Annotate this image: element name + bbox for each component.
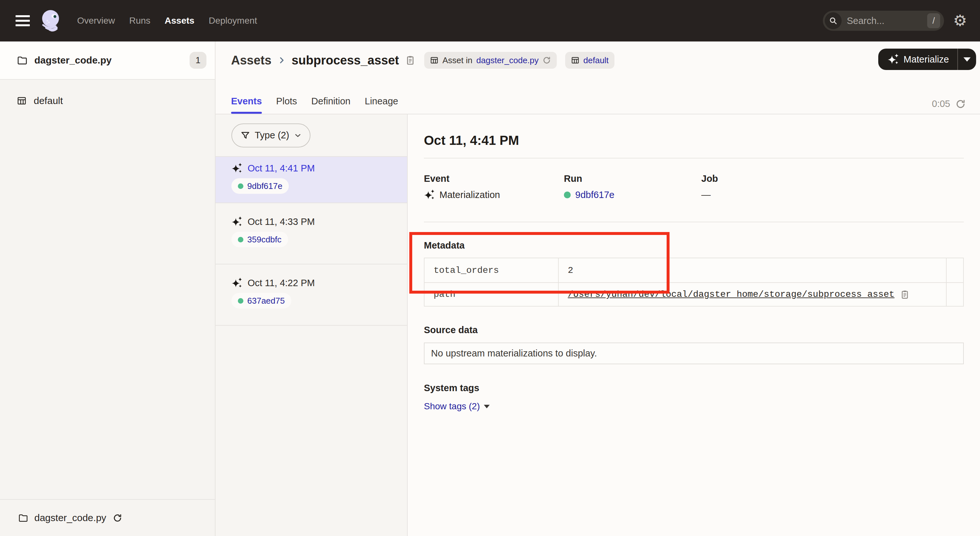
search-box[interactable]: / [823, 11, 944, 31]
materialize-button[interactable]: Materialize [878, 49, 957, 70]
sidebar-bottom-code-location[interactable]: dagster_code.py [0, 499, 215, 536]
materialize-dropdown-button[interactable] [958, 49, 976, 70]
sparkle-icon [231, 163, 242, 174]
nav-item-overview[interactable]: Overview [77, 16, 115, 26]
event-detail-panel: Oct 11, 4:41 PM Event Materialization Ru… [408, 115, 980, 536]
run-status-dot [238, 298, 243, 304]
sparkle-icon [231, 277, 242, 288]
metadata-table: total_orders 2 path /Users/yuhan/dev/loc… [424, 258, 964, 307]
gear-icon[interactable]: ⚙ [953, 13, 967, 29]
metadata-extra-cell [946, 282, 963, 306]
bottom-code-location-label: dagster_code.py [34, 512, 106, 523]
run-column-label: Run [564, 173, 701, 184]
asset-header: Assets subprocess_asset Asset in dagster… [215, 41, 980, 115]
table-icon [17, 96, 27, 106]
events-list-panel: Type (2) Oct 11, 4:41 PM 9dbf617e [215, 115, 408, 536]
top-nav: Overview Runs Assets Deployment / ⚙ [0, 0, 980, 41]
metadata-key: path [425, 282, 558, 306]
run-tag[interactable]: 9dbf617e [231, 178, 289, 194]
asset-tabs: Events Plots Definition Lineage [231, 96, 398, 114]
event-time: Oct 11, 4:33 PM [248, 216, 315, 227]
hamburger-menu-icon[interactable] [16, 15, 30, 26]
event-detail-title: Oct 11, 4:41 PM [424, 133, 964, 148]
table-icon [571, 56, 579, 65]
table-icon [430, 56, 439, 65]
event-list-item[interactable]: Oct 11, 4:22 PM 637aed75 [215, 264, 407, 326]
run-tag[interactable]: 637aed75 [231, 293, 291, 309]
code-location-label: dagster_code.py [34, 55, 111, 66]
type-filter-button[interactable]: Type (2) [231, 124, 310, 148]
tag-group-default: default [565, 52, 614, 69]
metadata-value: /Users/yuhan/dev/local/dagster_home/stor… [558, 282, 946, 306]
breadcrumb-assets-link[interactable]: Assets [231, 54, 272, 67]
tag-prefix: Asset in [442, 56, 473, 65]
refresh-timer: 0:05 [932, 99, 966, 109]
job-empty-value: — [701, 189, 711, 200]
metadata-key: total_orders [425, 258, 558, 282]
show-tags-toggle[interactable]: Show tags (2) [424, 401, 964, 412]
nav-item-runs[interactable]: Runs [129, 16, 150, 26]
nav-right: / ⚙ [823, 11, 980, 31]
main-panel: Assets subprocess_asset Asset in dagster… [215, 41, 980, 536]
nav-item-assets[interactable]: Assets [165, 16, 194, 26]
app-root: Overview Runs Assets Deployment / ⚙ dags… [0, 0, 980, 536]
run-status-dot [238, 183, 243, 189]
breadcrumb-asset-name: subprocess_asset [292, 54, 399, 67]
source-data-empty-box: No upstream materializations to display. [424, 342, 964, 364]
copy-asset-name-icon[interactable] [405, 55, 416, 66]
dagster-logo[interactable] [39, 9, 62, 32]
caret-down-icon [964, 57, 970, 62]
events-filter-bar: Type (2) [215, 115, 407, 157]
metadata-value: 2 [558, 258, 946, 282]
metadata-extra-cell [946, 258, 963, 282]
run-id-link: 637aed75 [247, 296, 285, 306]
type-filter-label: Type (2) [255, 130, 289, 141]
search-icon [825, 12, 842, 29]
sidebar-item-code-location[interactable]: dagster_code.py 1 [0, 41, 215, 80]
event-time: Oct 11, 4:22 PM [248, 278, 315, 288]
event-time: Oct 11, 4:41 PM [248, 163, 315, 174]
event-info-grid: Event Materialization Run 9dbf617e [424, 173, 964, 201]
tag-group-link[interactable]: default [583, 56, 609, 65]
run-status-dot [564, 191, 571, 198]
show-tags-label: Show tags (2) [424, 401, 480, 412]
tab-definition[interactable]: Definition [312, 96, 351, 114]
divider [424, 158, 964, 159]
triangle-down-icon [484, 405, 490, 408]
tab-events[interactable]: Events [231, 96, 262, 114]
tab-plots[interactable]: Plots [276, 96, 297, 114]
materialize-label: Materialize [904, 54, 949, 65]
source-data-empty-text: No upstream materializations to display. [431, 348, 597, 359]
reload-icon[interactable] [955, 99, 966, 109]
event-list-item[interactable]: Oct 11, 4:33 PM 359cdbfc [215, 203, 407, 264]
run-id-link[interactable]: 9dbf617e [575, 189, 614, 200]
event-type-value: Materialization [439, 189, 500, 200]
folder-icon [18, 513, 28, 523]
timer-countdown: 0:05 [932, 99, 950, 109]
search-input[interactable] [847, 16, 927, 26]
copy-path-icon[interactable] [900, 289, 910, 300]
event-column-label: Event [424, 173, 564, 184]
nav-item-deployment[interactable]: Deployment [209, 16, 257, 26]
search-shortcut-key: / [927, 13, 940, 28]
source-data-heading: Source data [424, 325, 964, 336]
path-link[interactable]: /Users/yuhan/dev/local/dagster_home/stor… [568, 289, 894, 299]
sparkle-icon [887, 54, 899, 65]
chevron-right-icon [277, 56, 286, 65]
folder-icon [17, 55, 27, 65]
tab-lineage[interactable]: Lineage [365, 96, 398, 114]
reload-icon[interactable] [113, 513, 122, 523]
reload-icon[interactable] [542, 56, 551, 65]
event-list-item[interactable]: Oct 11, 4:41 PM 9dbf617e [215, 157, 407, 203]
run-tag[interactable]: 359cdbfc [231, 232, 288, 247]
tag-code-location-link[interactable]: dagster_code.py [476, 56, 539, 65]
nav-links: Overview Runs Assets Deployment [77, 16, 257, 26]
filter-funnel-icon [240, 130, 250, 140]
sidebar-item-group-default[interactable]: default [0, 88, 215, 113]
run-status-dot [238, 237, 243, 242]
sparkle-icon [231, 216, 242, 227]
run-id-link: 9dbf617e [247, 181, 282, 191]
asset-count-badge: 1 [189, 52, 207, 69]
run-id-link: 359cdbfc [247, 235, 282, 245]
job-column-label: Job [701, 173, 964, 184]
